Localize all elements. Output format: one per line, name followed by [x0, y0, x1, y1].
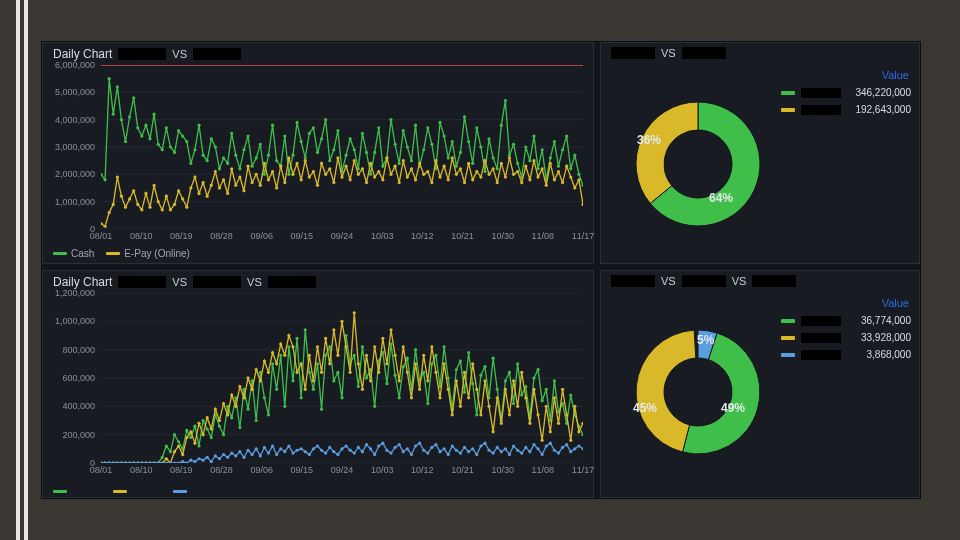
svg-point-47 [259, 143, 262, 146]
svg-point-69 [349, 137, 352, 140]
svg-point-195 [377, 170, 380, 173]
svg-point-56 [295, 121, 298, 124]
svg-point-539 [295, 449, 298, 452]
svg-point-104 [492, 156, 495, 159]
svg-point-583 [475, 453, 478, 456]
line-chart-svg [101, 65, 583, 229]
panel-daily-chart-top: Daily Chart VS 01,000,0002,000,0003,000,… [42, 42, 594, 264]
svg-point-278 [202, 419, 205, 422]
svg-point-87 [422, 148, 425, 151]
svg-point-182 [324, 173, 327, 176]
svg-point-139 [148, 206, 151, 209]
svg-point-270 [169, 450, 172, 453]
svg-point-333 [426, 402, 429, 405]
redacted-label [118, 48, 166, 60]
svg-point-97 [463, 115, 466, 118]
svg-point-569 [418, 442, 421, 445]
svg-point-544 [316, 444, 319, 447]
svg-point-515 [197, 457, 200, 460]
redacted-label [752, 275, 796, 287]
svg-point-291 [255, 419, 258, 422]
svg-point-440 [377, 371, 380, 374]
svg-point-183 [328, 167, 331, 170]
svg-point-184 [332, 181, 335, 184]
slice-percent: 64% [709, 191, 733, 205]
svg-point-76 [377, 126, 380, 129]
vs-label: VS [732, 275, 747, 287]
svg-point-597 [532, 443, 535, 446]
svg-point-154 [210, 184, 213, 187]
svg-point-305 [312, 388, 315, 391]
redacted-label [268, 276, 316, 288]
svg-point-416 [279, 342, 282, 345]
legend-swatch [781, 91, 795, 95]
svg-point-170 [275, 186, 278, 189]
panel-title: VS VS [611, 275, 796, 287]
donut-legend: 36,774,000 33,928,000 3,868,000 [781, 315, 911, 366]
svg-point-492 [103, 461, 106, 463]
svg-point-61 [316, 151, 319, 154]
slice-percent: 49% [721, 401, 745, 415]
legend-swatch [781, 353, 795, 357]
svg-point-543 [312, 447, 315, 450]
svg-point-591 [508, 453, 511, 456]
svg-point-475 [520, 371, 523, 374]
svg-point-584 [479, 444, 482, 447]
redacted-label [801, 88, 841, 98]
svg-point-177 [304, 159, 307, 162]
svg-point-587 [492, 451, 495, 454]
svg-point-156 [218, 186, 221, 189]
svg-point-215 [459, 167, 462, 170]
svg-point-593 [516, 449, 519, 452]
svg-point-411 [259, 379, 262, 382]
svg-point-50 [271, 124, 274, 127]
svg-point-368 [569, 393, 572, 396]
svg-point-38 [222, 156, 225, 159]
svg-point-561 [385, 449, 388, 452]
svg-point-22 [157, 143, 160, 146]
svg-point-330 [414, 348, 417, 351]
svg-point-191 [361, 167, 364, 170]
svg-point-445 [398, 379, 401, 382]
svg-point-106 [500, 124, 503, 127]
svg-point-9 [103, 178, 106, 181]
svg-point-200 [398, 181, 401, 184]
svg-point-459 [455, 379, 458, 382]
redacted-label [801, 316, 841, 326]
svg-point-45 [251, 165, 254, 168]
panel-title: Daily Chart VS [53, 47, 241, 61]
svg-point-434 [353, 311, 356, 314]
svg-point-222 [487, 173, 490, 176]
svg-point-470 [500, 422, 503, 425]
svg-point-359 [532, 376, 535, 379]
svg-point-58 [304, 156, 307, 159]
svg-point-541 [304, 450, 307, 453]
svg-point-199 [394, 165, 397, 168]
line-chart-svg [101, 293, 583, 463]
svg-point-107 [504, 99, 507, 102]
svg-point-227 [508, 156, 511, 159]
svg-point-89 [430, 143, 433, 146]
redacted-label [118, 276, 166, 288]
svg-point-400 [214, 408, 217, 411]
redacted-label [193, 48, 241, 60]
svg-point-429 [332, 328, 335, 331]
svg-point-189 [353, 159, 356, 162]
svg-point-17 [136, 126, 139, 129]
svg-point-190 [357, 173, 360, 176]
svg-point-390 [173, 450, 176, 453]
svg-point-14 [124, 140, 127, 143]
svg-point-306 [316, 362, 319, 365]
legend-item: 192,643,000 [781, 104, 911, 115]
panel-title: Daily Chart VS VS [53, 275, 316, 289]
svg-point-426 [320, 371, 323, 374]
donut-chart: 49% 45% 5% [623, 317, 773, 467]
svg-point-467 [487, 405, 490, 408]
legend-value: 192,643,000 [847, 104, 911, 115]
svg-point-343 [467, 351, 470, 354]
svg-point-25 [169, 145, 172, 148]
svg-point-540 [300, 447, 303, 450]
svg-point-489 [577, 430, 580, 433]
svg-point-283 [222, 433, 225, 436]
svg-point-428 [328, 362, 331, 365]
